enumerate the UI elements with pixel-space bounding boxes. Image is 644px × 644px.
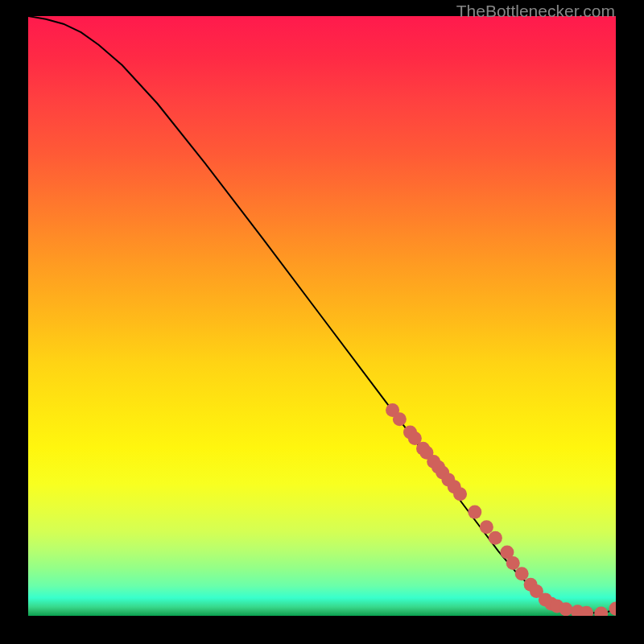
chart-svg [28, 16, 616, 616]
data-point [393, 412, 407, 426]
data-point [594, 607, 608, 616]
data-point [506, 556, 520, 570]
data-point [453, 487, 467, 501]
watermark-text: TheBottlenecker.com [456, 2, 615, 21]
plot-area [28, 16, 616, 616]
bottleneck-curve [28, 16, 616, 613]
data-point [609, 602, 617, 616]
data-point [515, 567, 529, 580]
data-point-group [386, 403, 616, 616]
data-point [489, 531, 502, 545]
data-point [480, 520, 493, 534]
data-point [559, 602, 572, 616]
chart-container: TheBottlenecker.com [0, 0, 644, 644]
data-point [468, 506, 481, 519]
